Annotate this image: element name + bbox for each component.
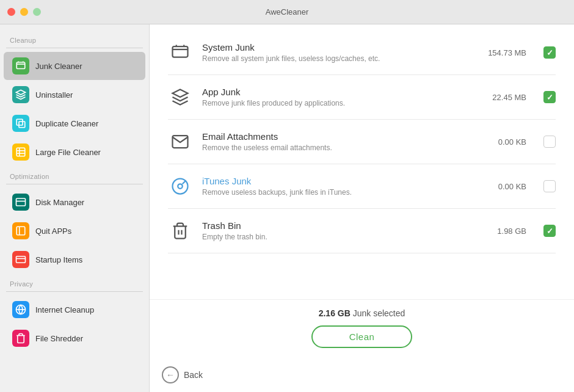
file-shredder-icon — [12, 330, 29, 347]
system-junk-info: System JunkRemove all system junk files,… — [202, 42, 474, 63]
trash-bin-icon — [168, 219, 192, 243]
app-junk-info: App JunkRemove junk files produced by ap… — [202, 87, 474, 107]
back-label: Back — [184, 370, 203, 380]
sidebar-item-label-startup-items: Startup Items — [35, 255, 82, 264]
app-junk-desc: Remove junk files produced by applicatio… — [202, 99, 474, 107]
email-attachments-info: Email AttachmentsRemove the useless emai… — [202, 131, 474, 152]
trash-bin-checkbox[interactable] — [543, 225, 556, 237]
back-circle-icon: ← — [162, 366, 179, 383]
email-attachments-size: 0.00 KB — [484, 137, 526, 147]
clean-button[interactable]: Clean — [311, 325, 413, 348]
junk-selected-size: 2.16 GB — [319, 308, 351, 318]
junk-item-email-attachments: Email AttachmentsRemove the useless emai… — [168, 120, 556, 164]
sidebar-item-label-duplicate-cleaner: Duplicate Cleaner — [35, 119, 98, 128]
system-junk-size: 154.73 MB — [484, 48, 526, 57]
sidebar-divider — [6, 48, 143, 48]
system-junk-name: System Junk — [202, 42, 474, 53]
sidebar-item-file-shredder[interactable]: File Shredder — [4, 324, 145, 352]
sidebar-item-startup-items[interactable]: Startup Items — [4, 245, 145, 274]
close-button[interactable] — [7, 8, 15, 16]
sidebar-item-label-uninstaller: Uninstaller — [35, 90, 73, 100]
svg-rect-10 — [16, 198, 26, 206]
svg-rect-6 — [16, 148, 25, 156]
sidebar-item-label-disk-manager: Disk Manager — [35, 198, 84, 207]
app-junk-icon — [168, 85, 192, 109]
content-panel: System JunkRemove all system junk files,… — [150, 24, 574, 392]
system-junk-desc: Remove all system junk files, useless lo… — [202, 54, 474, 63]
junk-cleaner-icon — [12, 57, 29, 74]
sidebar-divider — [6, 184, 143, 184]
sidebar-item-duplicate-cleaner[interactable]: Duplicate Cleaner — [4, 109, 145, 137]
itunes-junk-icon — [168, 174, 192, 198]
titlebar: AweCleaner — [0, 0, 574, 24]
svg-rect-12 — [16, 227, 25, 235]
itunes-junk-size: 0.00 KB — [484, 182, 526, 191]
sidebar-item-label-large-file-cleaner: Large File Cleaner — [35, 148, 101, 157]
sidebar-divider — [6, 291, 143, 292]
trash-bin-name: Trash Bin — [202, 220, 474, 231]
itunes-junk-name: iTunes Junk — [202, 176, 474, 186]
email-attachments-checkbox[interactable] — [543, 136, 556, 148]
sidebar-item-label-junk-cleaner: Junk Cleaner — [35, 62, 82, 71]
minimize-button[interactable] — [20, 8, 28, 16]
sidebar-item-quit-apps[interactable]: Quit APPs — [4, 217, 145, 245]
sidebar: CleanupJunk CleanerUninstallerDuplicate … — [0, 24, 150, 392]
sidebar-item-uninstaller[interactable]: Uninstaller — [4, 81, 145, 109]
svg-rect-0 — [16, 62, 25, 69]
sidebar-section-optimization: Optimization — [0, 167, 149, 183]
system-junk-icon — [168, 40, 192, 65]
large-file-cleaner-icon — [12, 143, 29, 161]
itunes-junk-info: iTunes JunkRemove useless backups, junk … — [202, 176, 474, 197]
main-layout: CleanupJunk CleanerUninstallerDuplicate … — [0, 24, 574, 392]
uninstaller-icon — [12, 86, 29, 103]
app-junk-size: 22.45 MB — [484, 93, 526, 102]
sidebar-section-cleanup: Cleanup — [0, 31, 149, 46]
svg-line-24 — [183, 181, 186, 184]
sidebar-section-privacy: Privacy — [0, 274, 149, 290]
sidebar-item-label-file-shredder: File Shredder — [35, 334, 83, 343]
app-junk-checkbox[interactable] — [543, 91, 556, 103]
email-attachments-name: Email Attachments — [202, 131, 474, 142]
startup-items-icon — [12, 251, 29, 268]
window-controls — [7, 8, 41, 16]
junk-selected-label: Junk selected — [353, 308, 405, 318]
quit-apps-icon — [12, 222, 29, 239]
junk-item-app-junk: App JunkRemove junk files produced by ap… — [168, 75, 556, 120]
svg-rect-5 — [19, 122, 25, 128]
sidebar-item-large-file-cleaner[interactable]: Large File Cleaner — [4, 138, 145, 166]
itunes-junk-checkbox[interactable] — [543, 180, 556, 192]
internet-cleanup-icon — [12, 301, 29, 318]
trash-bin-info: Trash BinEmpty the trash bin. — [202, 220, 474, 241]
svg-point-23 — [178, 184, 183, 189]
itunes-junk-desc: Remove useless backups, junk files in iT… — [202, 188, 474, 197]
trash-bin-size: 1.98 GB — [484, 227, 526, 236]
svg-rect-4 — [16, 119, 23, 125]
system-junk-checkbox[interactable] — [543, 46, 556, 59]
trash-bin-desc: Empty the trash bin. — [202, 233, 474, 241]
junk-item-trash-bin: Trash BinEmpty the trash bin.1.98 GB — [168, 209, 556, 253]
back-section[interactable]: ← Back — [150, 360, 574, 392]
junk-item-system-junk: System JunkRemove all system junk files,… — [168, 31, 556, 75]
content-footer: 2.16 GB Junk selected Clean — [150, 299, 574, 360]
email-attachments-icon — [168, 129, 192, 154]
maximize-button[interactable] — [33, 8, 41, 16]
sidebar-item-junk-cleaner[interactable]: Junk Cleaner — [4, 52, 145, 80]
sidebar-item-label-quit-apps: Quit APPs — [35, 227, 71, 236]
svg-rect-18 — [173, 46, 188, 57]
junk-selected-summary: 2.16 GB Junk selected — [319, 308, 405, 318]
junk-list: System JunkRemove all system junk files,… — [150, 24, 574, 299]
app-title: AweCleaner — [266, 7, 309, 16]
junk-item-itunes-junk: iTunes JunkRemove useless backups, junk … — [168, 164, 556, 209]
duplicate-cleaner-icon — [12, 115, 29, 132]
sidebar-item-label-internet-cleanup: Internet Cleanup — [35, 305, 94, 314]
svg-rect-14 — [16, 256, 26, 263]
sidebar-item-internet-cleanup[interactable]: Internet Cleanup — [4, 296, 145, 324]
sidebar-item-disk-manager[interactable]: Disk Manager — [4, 188, 145, 216]
app-junk-name: App Junk — [202, 87, 474, 97]
disk-manager-icon — [12, 194, 29, 211]
email-attachments-desc: Remove the useless email attachments. — [202, 143, 474, 152]
